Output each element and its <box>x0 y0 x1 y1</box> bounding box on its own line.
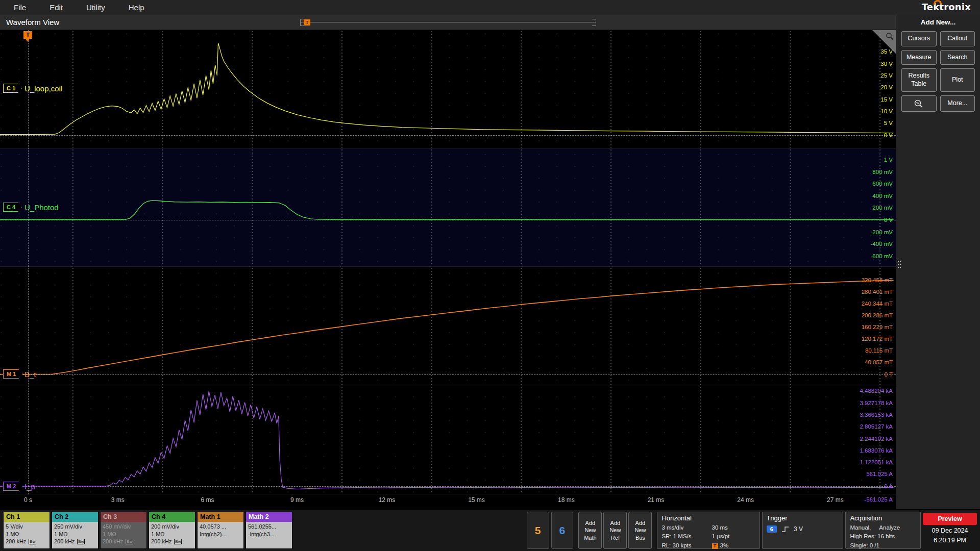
cursors-button[interactable]: Cursors <box>901 31 937 46</box>
channel-card-ch-1[interactable]: Ch 15 V/div1 MΩ200 kHzBw <box>3 512 50 549</box>
zoom-tool-button[interactable] <box>901 95 937 112</box>
acquisition-single: Single: 0 /1 <box>850 541 916 550</box>
scale-label: 400 mV <box>872 192 893 199</box>
menu-item-help[interactable]: Help <box>129 3 144 12</box>
sidebar-button-grid: Cursors Callout Measure Search Results T… <box>896 28 980 115</box>
horizontal-resolution: 1 µs/pt <box>712 532 755 541</box>
add-label: Add <box>610 519 621 527</box>
channel-badge-math2[interactable]: M 2 <box>3 482 22 491</box>
channel-card-header: Ch 2 <box>52 512 98 522</box>
channel-card-line: 250 mV/div <box>54 523 96 531</box>
channel-badge-math1[interactable]: M 1 <box>3 369 22 379</box>
channel-card-math-2[interactable]: Math 2561.0255...-intg(ch3... <box>246 512 292 549</box>
channel-label-math2: I_p <box>24 482 35 491</box>
time-axis-label: 6 ms <box>201 496 214 504</box>
scale-label: 561.025 A <box>866 470 893 478</box>
tektronix-logo: Tektronix <box>922 2 971 12</box>
acquisition-panel[interactable]: Acquisition Manual, Analyze High Res: 16… <box>845 512 921 549</box>
channel-card-header: Math 2 <box>246 512 292 522</box>
menu-item-edit[interactable]: Edit <box>50 3 63 12</box>
menu-bar: File Edit Utility Help Tektronix <box>0 0 980 15</box>
channel-6-button[interactable]: 6 <box>551 512 574 549</box>
callout-button[interactable]: Callout <box>940 31 975 46</box>
time-axis-label: 21 ms <box>648 496 665 504</box>
waveform-section-ch4: 1 V800 mV600 mV400 mV200 mV0 V-200 mV-40… <box>0 148 896 267</box>
scale-label: 40.057 mT <box>865 359 893 366</box>
right-sidebar: Add New... Cursors Callout Measure Searc… <box>896 15 980 509</box>
scale-label: 0 T <box>885 371 893 378</box>
scale-label: 320.458 mT <box>862 277 893 284</box>
splitter-handle[interactable] <box>897 260 901 270</box>
preview-button[interactable]: Preview <box>923 513 977 525</box>
channel-label-ch4: U_Photod <box>24 203 59 212</box>
channel-card-header: Math 1 <box>198 512 243 522</box>
scale-label: 1.122051 kA <box>860 459 893 466</box>
horizontal-panel[interactable]: Horizontal 3 ms/div 30 ms SR: 1 MS/s 1 µ… <box>657 512 760 549</box>
new-label: New <box>609 527 621 534</box>
horizontal-window: 30 ms <box>712 523 755 532</box>
channel-card-line: 200 kHzBw <box>103 538 144 545</box>
scale-label: 600 mV <box>872 180 893 187</box>
horizontal-trigger-position: T3% <box>712 541 755 550</box>
channel-card-line: 5 V/div <box>6 523 47 531</box>
waveform-trace-math1 <box>0 267 896 386</box>
bandwidth-limit-icon: Bw <box>77 539 85 544</box>
add-new-ref-button[interactable]: Add New Ref <box>603 512 627 549</box>
channel-card-ch-3[interactable]: Ch 3450 mV/div1 MΩ200 kHzBw <box>100 512 147 549</box>
bandwidth-limit-icon: Bw <box>29 539 36 544</box>
preview-datetime-block: Preview 09 Dec 2024 6:20:19 PM <box>923 512 977 549</box>
time-label: 6:20:19 PM <box>934 536 966 544</box>
trigger-marker[interactable]: T <box>23 31 32 39</box>
channel-card-line: 1 MΩ <box>54 531 96 538</box>
plot-button[interactable]: Plot <box>940 68 975 91</box>
trigger-panel[interactable]: Trigger 6 3 V <box>762 512 844 549</box>
scale-label: 2.244102 kA <box>860 435 893 442</box>
channel-card-math-1[interactable]: Math 140.0573 ...Intg(ch2)... <box>197 512 244 549</box>
scale-label: -200 mV <box>871 229 893 236</box>
search-button[interactable]: Search <box>940 50 975 65</box>
channel-card-body: 40.0573 ...Intg(ch2)... <box>198 522 243 548</box>
zoom-waveform-icon <box>914 99 924 108</box>
channel-card-line: 200 kHzBw <box>151 538 193 545</box>
trigger-flag-icon: T <box>712 543 718 549</box>
new-label: New <box>584 527 596 534</box>
time-axis-label: 3 ms <box>111 496 125 504</box>
time-axis-label: 15 ms <box>468 496 485 504</box>
scale-label: 20 V <box>880 84 893 91</box>
rising-edge-icon <box>781 525 789 533</box>
channel-label-ch1: U_loop,coil <box>24 84 62 93</box>
waveform-section-math1: 320.458 mT280.401 mT240.344 mT200.286 mT… <box>0 267 896 386</box>
acquisition-resolution: High Res: 16 bits <box>850 532 916 541</box>
acquisition-overview-bar[interactable]: T <box>300 19 596 26</box>
more-button[interactable]: More... <box>940 95 975 112</box>
overview-right-bracket-icon <box>592 19 596 26</box>
trigger-title: Trigger <box>767 514 839 522</box>
add-new-math-button[interactable]: Add New Math <box>578 512 602 549</box>
channel-card-header: Ch 3 <box>101 512 146 522</box>
channel-card-header: Ch 1 <box>4 512 50 522</box>
channel-card-line: 40.0573 ... <box>200 523 241 531</box>
add-new-bus-button[interactable]: Add New Bus <box>628 512 652 549</box>
magnifier-icon <box>886 32 894 40</box>
trigger-level: 3 V <box>794 525 803 533</box>
channel-card-line: 1 MΩ <box>103 531 144 538</box>
scale-label: 160.229 mT <box>862 323 893 331</box>
trigger-position-percent: 3% <box>720 542 729 548</box>
channel-label-math1: B_t <box>24 370 36 379</box>
scale-label: 200.286 mT <box>862 312 893 319</box>
bus-label: Bus <box>635 534 645 541</box>
scale-label: 1 V <box>884 156 893 163</box>
scale-label: 30 V <box>880 60 893 67</box>
measure-button[interactable]: Measure <box>901 50 937 65</box>
channel-5-button[interactable]: 5 <box>527 512 549 549</box>
scale-label: 0 V <box>884 132 893 139</box>
menu-item-file[interactable]: File <box>14 3 26 12</box>
scale-label: 200 mV <box>872 204 893 211</box>
waveform-section-ch1: 35 V30 V25 V20 V15 V10 V5 V0 VC 1U_loop,… <box>0 30 896 148</box>
menu-item-utility[interactable]: Utility <box>86 3 105 12</box>
channel-card-ch-4[interactable]: Ch 4200 mV/div1 MΩ200 kHzBw <box>149 512 195 549</box>
trigger-position-indicator[interactable]: T <box>304 19 310 26</box>
channel-card-ch-2[interactable]: Ch 2250 mV/div1 MΩ200 kHzBw <box>52 512 99 549</box>
bandwidth-limit-icon: Bw <box>126 539 133 544</box>
results-table-button[interactable]: Results Table <box>901 68 937 91</box>
